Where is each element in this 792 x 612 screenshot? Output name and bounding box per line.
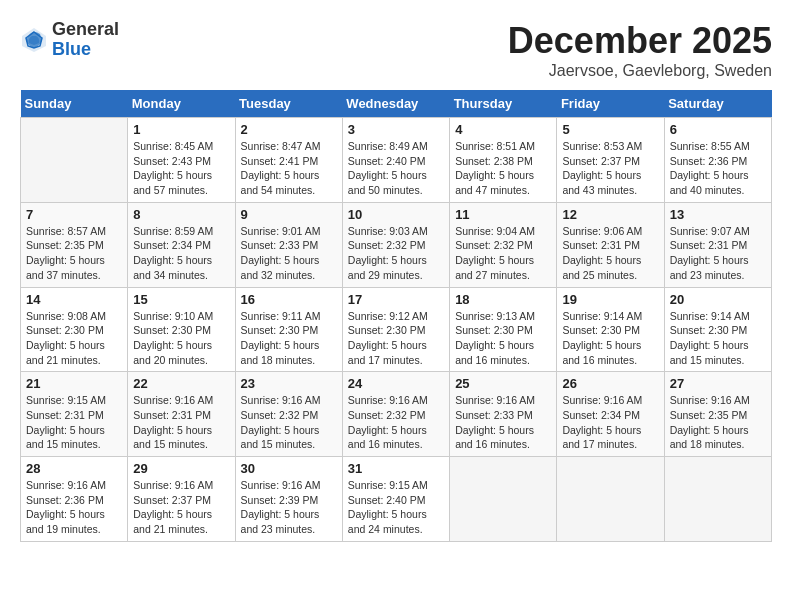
day-info: Sunrise: 8:53 AM Sunset: 2:37 PM Dayligh… [562,139,658,198]
calendar-day-cell [557,457,664,542]
day-info: Sunrise: 9:16 AM Sunset: 2:31 PM Dayligh… [133,393,229,452]
calendar-day-cell: 25Sunrise: 9:16 AM Sunset: 2:33 PM Dayli… [450,372,557,457]
day-number: 19 [562,292,658,307]
calendar-day-cell: 22Sunrise: 9:16 AM Sunset: 2:31 PM Dayli… [128,372,235,457]
day-info: Sunrise: 8:59 AM Sunset: 2:34 PM Dayligh… [133,224,229,283]
day-of-week-header: Thursday [450,90,557,118]
calendar-day-cell: 6Sunrise: 8:55 AM Sunset: 2:36 PM Daylig… [664,118,771,203]
day-number: 3 [348,122,444,137]
day-of-week-header: Monday [128,90,235,118]
day-info: Sunrise: 9:16 AM Sunset: 2:32 PM Dayligh… [348,393,444,452]
location: Jaervsoe, Gaevleborg, Sweden [508,62,772,80]
calendar-day-cell: 3Sunrise: 8:49 AM Sunset: 2:40 PM Daylig… [342,118,449,203]
calendar-day-cell: 10Sunrise: 9:03 AM Sunset: 2:32 PM Dayli… [342,202,449,287]
calendar-day-cell: 29Sunrise: 9:16 AM Sunset: 2:37 PM Dayli… [128,457,235,542]
day-number: 26 [562,376,658,391]
day-number: 4 [455,122,551,137]
day-info: Sunrise: 9:01 AM Sunset: 2:33 PM Dayligh… [241,224,337,283]
calendar-day-cell: 9Sunrise: 9:01 AM Sunset: 2:33 PM Daylig… [235,202,342,287]
day-info: Sunrise: 9:08 AM Sunset: 2:30 PM Dayligh… [26,309,122,368]
calendar-day-cell: 16Sunrise: 9:11 AM Sunset: 2:30 PM Dayli… [235,287,342,372]
calendar-day-cell: 17Sunrise: 9:12 AM Sunset: 2:30 PM Dayli… [342,287,449,372]
calendar-day-cell [21,118,128,203]
day-number: 24 [348,376,444,391]
calendar-day-cell: 27Sunrise: 9:16 AM Sunset: 2:35 PM Dayli… [664,372,771,457]
calendar-day-cell: 20Sunrise: 9:14 AM Sunset: 2:30 PM Dayli… [664,287,771,372]
calendar-day-cell: 8Sunrise: 8:59 AM Sunset: 2:34 PM Daylig… [128,202,235,287]
calendar-day-cell: 2Sunrise: 8:47 AM Sunset: 2:41 PM Daylig… [235,118,342,203]
day-info: Sunrise: 9:16 AM Sunset: 2:34 PM Dayligh… [562,393,658,452]
day-number: 13 [670,207,766,222]
day-number: 29 [133,461,229,476]
day-number: 1 [133,122,229,137]
calendar-week-row: 21Sunrise: 9:15 AM Sunset: 2:31 PM Dayli… [21,372,772,457]
day-info: Sunrise: 8:57 AM Sunset: 2:35 PM Dayligh… [26,224,122,283]
calendar-week-row: 7Sunrise: 8:57 AM Sunset: 2:35 PM Daylig… [21,202,772,287]
calendar-day-cell: 14Sunrise: 9:08 AM Sunset: 2:30 PM Dayli… [21,287,128,372]
day-info: Sunrise: 9:16 AM Sunset: 2:37 PM Dayligh… [133,478,229,537]
day-number: 14 [26,292,122,307]
calendar-day-cell: 4Sunrise: 8:51 AM Sunset: 2:38 PM Daylig… [450,118,557,203]
day-info: Sunrise: 8:51 AM Sunset: 2:38 PM Dayligh… [455,139,551,198]
calendar-day-cell [664,457,771,542]
day-number: 2 [241,122,337,137]
calendar-day-cell: 26Sunrise: 9:16 AM Sunset: 2:34 PM Dayli… [557,372,664,457]
logo-general: General [52,19,119,39]
calendar-day-cell: 13Sunrise: 9:07 AM Sunset: 2:31 PM Dayli… [664,202,771,287]
day-number: 9 [241,207,337,222]
day-info: Sunrise: 8:45 AM Sunset: 2:43 PM Dayligh… [133,139,229,198]
title-section: December 2025 Jaervsoe, Gaevleborg, Swed… [508,20,772,80]
day-of-week-header: Friday [557,90,664,118]
day-info: Sunrise: 8:55 AM Sunset: 2:36 PM Dayligh… [670,139,766,198]
day-info: Sunrise: 9:16 AM Sunset: 2:36 PM Dayligh… [26,478,122,537]
page-header: General Blue December 2025 Jaervsoe, Gae… [20,20,772,80]
day-info: Sunrise: 9:16 AM Sunset: 2:39 PM Dayligh… [241,478,337,537]
day-info: Sunrise: 9:15 AM Sunset: 2:40 PM Dayligh… [348,478,444,537]
calendar-day-cell: 11Sunrise: 9:04 AM Sunset: 2:32 PM Dayli… [450,202,557,287]
day-number: 20 [670,292,766,307]
day-number: 31 [348,461,444,476]
logo-blue: Blue [52,39,91,59]
day-number: 21 [26,376,122,391]
day-info: Sunrise: 9:10 AM Sunset: 2:30 PM Dayligh… [133,309,229,368]
day-info: Sunrise: 8:49 AM Sunset: 2:40 PM Dayligh… [348,139,444,198]
calendar-day-cell: 24Sunrise: 9:16 AM Sunset: 2:32 PM Dayli… [342,372,449,457]
day-info: Sunrise: 9:13 AM Sunset: 2:30 PM Dayligh… [455,309,551,368]
day-number: 16 [241,292,337,307]
day-info: Sunrise: 9:16 AM Sunset: 2:33 PM Dayligh… [455,393,551,452]
calendar-day-cell: 1Sunrise: 8:45 AM Sunset: 2:43 PM Daylig… [128,118,235,203]
day-number: 27 [670,376,766,391]
day-number: 7 [26,207,122,222]
logo-icon [20,26,48,54]
day-number: 8 [133,207,229,222]
day-info: Sunrise: 9:04 AM Sunset: 2:32 PM Dayligh… [455,224,551,283]
day-info: Sunrise: 9:16 AM Sunset: 2:32 PM Dayligh… [241,393,337,452]
day-info: Sunrise: 9:15 AM Sunset: 2:31 PM Dayligh… [26,393,122,452]
day-number: 12 [562,207,658,222]
calendar-day-cell [450,457,557,542]
calendar-day-cell: 12Sunrise: 9:06 AM Sunset: 2:31 PM Dayli… [557,202,664,287]
calendar-day-cell: 21Sunrise: 9:15 AM Sunset: 2:31 PM Dayli… [21,372,128,457]
calendar-day-cell: 28Sunrise: 9:16 AM Sunset: 2:36 PM Dayli… [21,457,128,542]
day-of-week-header: Sunday [21,90,128,118]
day-info: Sunrise: 8:47 AM Sunset: 2:41 PM Dayligh… [241,139,337,198]
day-info: Sunrise: 9:12 AM Sunset: 2:30 PM Dayligh… [348,309,444,368]
day-number: 5 [562,122,658,137]
day-info: Sunrise: 9:14 AM Sunset: 2:30 PM Dayligh… [562,309,658,368]
calendar-day-cell: 15Sunrise: 9:10 AM Sunset: 2:30 PM Dayli… [128,287,235,372]
day-number: 30 [241,461,337,476]
day-of-week-header: Wednesday [342,90,449,118]
calendar-day-cell: 23Sunrise: 9:16 AM Sunset: 2:32 PM Dayli… [235,372,342,457]
day-number: 15 [133,292,229,307]
calendar-day-cell: 7Sunrise: 8:57 AM Sunset: 2:35 PM Daylig… [21,202,128,287]
day-of-week-header: Saturday [664,90,771,118]
calendar-day-cell: 5Sunrise: 8:53 AM Sunset: 2:37 PM Daylig… [557,118,664,203]
calendar-day-cell: 18Sunrise: 9:13 AM Sunset: 2:30 PM Dayli… [450,287,557,372]
day-info: Sunrise: 9:16 AM Sunset: 2:35 PM Dayligh… [670,393,766,452]
calendar-header-row: SundayMondayTuesdayWednesdayThursdayFrid… [21,90,772,118]
day-number: 22 [133,376,229,391]
day-info: Sunrise: 9:14 AM Sunset: 2:30 PM Dayligh… [670,309,766,368]
calendar-day-cell: 31Sunrise: 9:15 AM Sunset: 2:40 PM Dayli… [342,457,449,542]
day-info: Sunrise: 9:07 AM Sunset: 2:31 PM Dayligh… [670,224,766,283]
calendar-table: SundayMondayTuesdayWednesdayThursdayFrid… [20,90,772,542]
